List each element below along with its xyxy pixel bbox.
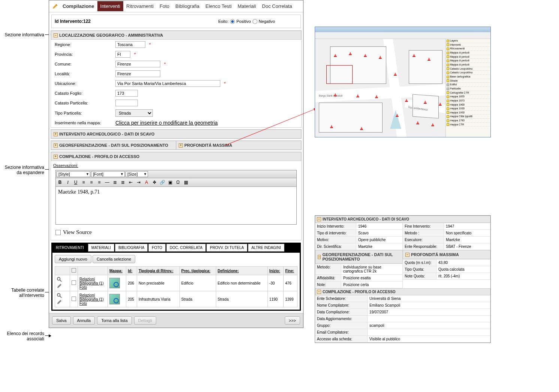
rp-section-georef[interactable]: − GEOREFERENZIAZIONE - DATI SUL POSIZION… [315, 250, 403, 264]
id-bar: Id Intervento:122 Esito: Positivo Negati… [51, 15, 301, 28]
tab-materiali[interactable]: Materiali [235, 1, 259, 11]
link-relazioni[interactable]: Relazioni [79, 277, 106, 281]
subtab-provv-tutela[interactable]: PROVV. DI TUTELA [206, 244, 247, 252]
input-regione[interactable] [115, 41, 145, 48]
align-right-icon[interactable]: ≡ [96, 179, 103, 186]
link-foto[interactable]: Foto [79, 301, 106, 306]
symbol-icon[interactable]: Ω [175, 179, 181, 186]
th-mappa[interactable]: Mappa: [108, 267, 126, 275]
link-foto[interactable]: Foto [79, 285, 106, 289]
map-canvas[interactable]: Borgo Santi Apostoli Via Lambertesca [315, 39, 445, 137]
subtab-bibliografia[interactable]: BIBLIOGRAFIA [115, 244, 148, 252]
magnify-icon[interactable] [57, 277, 62, 282]
tab-bibliografia[interactable]: Bibliografia [172, 1, 202, 11]
label-ubicazione: Ubicazione: [52, 81, 112, 86]
btn-annulla[interactable]: Annulla [73, 316, 95, 325]
expand-icon[interactable]: + [54, 155, 58, 159]
radio-negativo[interactable] [253, 19, 257, 24]
italic-icon[interactable]: I [64, 179, 71, 186]
tab-compilazione[interactable]: Compilazione [60, 1, 97, 11]
checkbox-view-source[interactable] [55, 230, 61, 235]
th-prec[interactable]: Prec. tipologica: [179, 267, 216, 275]
collapse-icon[interactable]: − [54, 33, 58, 37]
underline-icon[interactable]: U [72, 179, 79, 186]
editor-content[interactable]: Maetzke 1948, p.71 [56, 187, 296, 224]
subtab-foto[interactable]: FOTO [148, 244, 166, 252]
select-tipo-particella[interactable]: Strada [115, 109, 153, 117]
radio-positivo[interactable] [230, 19, 235, 24]
cell-prec: Strada [179, 291, 216, 307]
map-thumbnail[interactable] [109, 278, 120, 288]
link-relazioni[interactable]: Relazioni [79, 293, 106, 297]
map-layers-panel[interactable]: Layers Interventi Ritrovamenti Mappa di … [445, 39, 490, 137]
th-fine[interactable]: Fine: [284, 267, 297, 275]
editor-size-select[interactable]: [Size] [126, 171, 148, 177]
input-ubicazione[interactable] [115, 80, 220, 87]
tab-doc-correlata[interactable]: Doc Correlata [259, 1, 295, 11]
expand-icon[interactable]: + [179, 143, 183, 148]
label-localita: Località: [52, 72, 112, 76]
outdent-icon[interactable]: ⇤ [127, 179, 134, 186]
editor-style-select[interactable]: [Style] [57, 171, 90, 177]
btn-salva[interactable]: Salva [52, 316, 71, 325]
list-unordered-icon[interactable]: ≣ [120, 179, 126, 186]
editor-font-select[interactable]: [Font] [91, 171, 125, 177]
list-ordered-icon[interactable]: ≣ [112, 179, 118, 186]
btn-next[interactable]: >>> [285, 316, 300, 325]
btn-torna-lista[interactable]: Torna alla lista [97, 316, 132, 325]
map-thumbnail[interactable] [109, 294, 120, 304]
bg-color-icon[interactable]: ❖ [151, 179, 158, 186]
link-bibliografia[interactable]: Bibliografia (1) [79, 297, 106, 301]
link-inserisci-geometria[interactable]: Clicca per inserire o modificare la geom… [115, 120, 218, 126]
bold-icon[interactable]: B [57, 179, 63, 186]
tab-interventi[interactable]: Interventi [97, 1, 123, 11]
section-intervento-archeologico[interactable]: + INTERVENTO ARCHEOLOGICO - DATI DI SCAV… [51, 130, 301, 139]
magnify-icon[interactable] [57, 293, 62, 298]
subtab-materiali[interactable]: MATERIALI [88, 244, 114, 252]
collapse-icon[interactable]: − [317, 217, 321, 221]
rp-section-arch[interactable]: − INTERVENTO ARCHEOLOGICO - DATI DI SCAV… [315, 216, 490, 223]
btn-cancella-selezione[interactable]: Cancella selezione [93, 255, 135, 263]
tab-foto[interactable]: Foto [157, 1, 172, 11]
checkbox-select-all[interactable] [72, 268, 76, 273]
collapse-icon[interactable]: − [405, 253, 410, 257]
subtab-altre-indagini[interactable]: ALTRE INDAGINI [248, 244, 284, 252]
align-left-icon[interactable]: ≡ [80, 179, 87, 186]
expand-icon[interactable]: + [54, 132, 58, 136]
th-id[interactable]: Id: [126, 267, 137, 275]
collapse-icon[interactable]: − [318, 255, 321, 259]
font-color-icon[interactable]: A [143, 179, 150, 186]
checkbox-row[interactable] [72, 297, 76, 301]
align-center-icon[interactable]: ≡ [88, 179, 95, 186]
section-localizzazione[interactable]: − LOCALIZZAZIONE GEOGRAFICO - AMMINISTRA… [51, 31, 301, 40]
input-provincia[interactable] [115, 51, 130, 58]
input-catasto-particella[interactable] [115, 100, 138, 106]
edit-icon[interactable] [57, 283, 62, 289]
section-georeferenziazione[interactable]: + GEOREFERENZIAZIONE - DATI SUL POSIZION… [51, 141, 176, 150]
collapse-icon[interactable]: − [317, 290, 321, 294]
th-definizione[interactable]: Definizione: [216, 267, 268, 275]
image-icon[interactable]: ▣ [167, 179, 173, 186]
section-compilazione-profilo[interactable]: + COMPILAZIONE - PROFILO DI ACCESSO [51, 152, 301, 161]
checkbox-row[interactable] [72, 280, 76, 285]
btn-aggiungi-nuovo[interactable]: Aggiungi nuovo [55, 255, 91, 263]
link-icon[interactable]: 🔗 [159, 179, 166, 186]
tab-elenco-testi[interactable]: Elenco Testi [202, 1, 235, 11]
subtab-doc-correlata[interactable]: DOC. CORRELATA [166, 244, 206, 252]
rp-section-profondita[interactable]: − PROFONDITÁ MASSIMA [403, 250, 490, 259]
edit-icon[interactable] [57, 299, 62, 305]
section-profondita[interactable]: + PROFONDITÁ MASSIMA [176, 141, 301, 150]
th-tipologia[interactable]: Tipologia di Ritrov.: [137, 267, 179, 275]
table-icon[interactable]: ▦ [182, 179, 189, 186]
input-localita[interactable] [115, 70, 160, 77]
expand-icon[interactable]: + [54, 143, 58, 148]
th-inizio[interactable]: Inizio: [268, 267, 283, 275]
input-comune[interactable] [115, 61, 160, 67]
input-catasto-foglio[interactable] [115, 90, 138, 97]
hr-icon[interactable]: — [104, 179, 111, 186]
indent-icon[interactable]: ⇥ [135, 179, 142, 186]
tab-ritrovamenti[interactable]: Ritrovamenti [123, 1, 157, 11]
link-bibliografia[interactable]: Bibliografia (1) [79, 281, 106, 285]
subtab-ritrovamenti[interactable]: RITROVAMENTI [52, 244, 87, 252]
rp-section-compilazione[interactable]: − COMPILAZIONE - PROFILO DI ACCESSO [315, 288, 490, 295]
